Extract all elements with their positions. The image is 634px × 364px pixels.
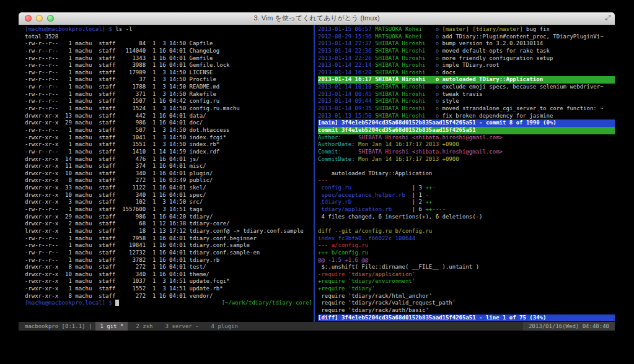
terminal-line: -rw-r--r-- 1 machu staff 1343 1 16 04:01… [25,55,314,63]
window-title: 3. Vim を使ってくれてありがとう (tmux) [19,12,615,25]
terminal-line: -rw-r--r-- 1 machu staff 1524 1 3 14:50 … [25,105,314,113]
terminal-line: drwxr-xr-x 3 machu staff 102 1 3 14:50 s… [25,199,314,206]
terminal-line: drwxr-xr-x 14 machu staff 476 1 16 04:01… [25,156,314,163]
fullscreen-icon[interactable]: ⤢ [605,14,610,22]
pane-divider[interactable] [314,25,315,322]
terminal-line [318,220,615,228]
terminal-line: -rw-r--r-- 1 machu staff 114040 1 16 04:… [25,48,314,55]
terminal-line: index fc3bfa0..f66022c 100644 [318,235,615,243]
terminal-line: 2013-01-14 22:37 SHIBATA Hiroshi o bump … [318,40,615,48]
terminal-line: [main] 3f4e1eb5204cd35a68d0152b835aad15f… [318,119,615,127]
terminal-line: 2013-01-14 22:14 SHIBATA Hiroshi o imple… [318,62,615,69]
terminal-line: drwxr-xr-x 8 machu staff 272 1 16 03:49 … [25,177,314,184]
terminal-line: -require 'tdiary/application' [318,271,615,279]
terminal-line: drwxr-xr-x 8 machu staff 272 1 16 04:01 … [25,264,314,271]
terminal-line: drwxr-xr-x 8 machu staff 272 1 16 04:01 … [25,293,314,300]
terminal-line: [machu@macbookpro.local] $ ls -l [25,26,314,33]
terminal-line: 2013-01-14 22:36 SHIBATA Hiroshi o moved… [318,48,615,55]
terminal-line: +require 'tdiary' [318,285,615,293]
terminal-line: Author: SHIBATA Hiroshi <shibata.hiroshi… [318,134,615,142]
terminal-line: autoloaded TDiary::Application [318,170,615,178]
terminal-line: drwxr-xr-x 13 machu staff 442 1 16 04:01… [25,113,314,120]
terminal-line: CommitDate: Mon Jan 14 16:17:17 2013 +09… [318,156,615,163]
terminal-line: -rw-r--r-- 1 machu staff 507 1 3 14:50 d… [25,127,314,134]
terminal-line: 2013-01-14 00:45 SHIBATA Hiroshi o tweak… [318,91,615,98]
terminal-line: drwxr-xr-x 11 machu staff 374 1 16 04:01… [25,163,314,170]
tmux-status-bar: macbookpro [0:1.1] | 1 git * 2 zsh 3 ser… [19,322,615,331]
terminal-line: drwxr-xr-x 2 machu staff 68 1 12 16:38 t… [25,220,314,228]
terminal-line: total 3528 [25,33,314,41]
terminal-line: tdiary/application.rb | 6 ++---- [318,206,615,214]
terminal-line: +require 'tdiary/environment' [318,278,615,285]
terminal-line: +++ b/config.ru [318,249,615,257]
terminal-line: commit 3f4e1eb5204cd35a68d0152b835aad15f… [318,127,615,134]
terminal-line: lrwxr-xr-x 1 machu staff 18 1 13 17:12 t… [25,228,314,235]
terminal-line: tdiary.rb | 2 ++ [318,199,615,206]
terminal-line: [diff] 3f4e1eb5204cd35a68d0152b835aad15f… [318,314,615,322]
terminal-line: drwxr-xr-x 10 machu staff 340 1 16 04:01… [25,192,314,199]
terminal-line: [machu@macbookpro.local] $ [~/work/tdiar… [25,300,314,307]
tig-git-log-pane[interactable]: 2013-01-15 06:57 MATSUOKA Kohei o [maste… [315,26,615,321]
terminal-line: 2013-01-13 15:50 SHIBATA Hiroshi o fix b… [318,113,615,120]
terminal-line: Commit: SHIBATA Hiroshi <shibata.hiroshi… [318,149,615,156]
terminal-line: require 'tdiary/rack/valid_request_path' [318,300,615,307]
tmux-session-name: macbookpro [0:1.1] | [19,322,95,331]
terminal-line: -rwxr-xr-x 1 machu staff 1037 1 3 14:51 … [25,278,314,285]
terminal-window: 3. Vim を使ってくれてありがとう (tmux) ⤢ [machu@macb… [19,12,615,339]
terminal-line: -rwxr-xr-x 1 machu staff 1041 1 3 14:50 … [25,134,314,142]
terminal-line: -rwxr-xr-x 1 machu staff 1552 1 3 14:51 … [25,285,314,293]
terminal-line: 2012-08-29 15:36 MATSUOKA Kohei o add TD… [318,33,615,41]
terminal-line: --- a/config.ru [318,242,615,249]
terminal-line: 2013-01-14 10:10 SHIBATA Hiroshi o exclu… [318,84,615,91]
tmux-bar-spacer [246,322,523,331]
terminal-line: 2013-01-14 09:44 SHIBATA Hiroshi o style [318,98,615,105]
terminal-line: require 'tdiary/rack/html_anchor' [318,293,615,300]
terminal-line: @@ -1,5 +1,6 @@ [318,257,615,264]
terminal-line: --- [318,177,615,184]
terminal-line: 2013-01-14 16:17 SHIBATA Hiroshi o autol… [318,76,615,84]
terminal-line: 4 files changed, 6 insertions(+), 6 dele… [318,214,615,221]
shell-ls-pane[interactable]: [machu@macbookpro.local] $ ls -ltotal 35… [19,26,314,307]
tmux-window-2-zsh[interactable]: 2 zsh [131,322,157,331]
terminal-line: config.ru | 3 ++- [318,184,615,192]
terminal-line: -rw-r--r-- 1 machu staff 371 1 3 14:50 R… [25,91,314,98]
terminal-line: 2013-01-14 16:20 SHIBATA Hiroshi o docs [318,69,615,77]
terminal-line: 2013-01-15 06:57 MATSUOKA Kohei o [maste… [318,26,615,33]
terminal-line: -rw-r--r-- 1 machu staff 1557600 1 3 14:… [25,206,314,214]
terminal-line: 2013-01-14 22:26 SHIBATA Hiroshi o more … [318,55,615,63]
terminal-content: [machu@macbookpro.local] $ ls -ltotal 35… [19,25,615,339]
terminal-line: AuthorDate: Mon Jan 14 16:17:17 2013 +09… [318,141,615,149]
terminal-line: 2013-01-14 09:35 SHIBATA Hiroshi o moved… [318,105,615,113]
terminal-line: -rw-r--r-- 1 machu staff 3988 1 16 04:01… [25,62,314,69]
terminal-line: -rw-r--r-- 1 machu staff 17989 1 3 14:50… [25,69,314,77]
terminal-line: drwxr-xr-x 29 machu staff 986 1 16 04:20… [25,214,314,221]
terminal-line: spec/acceptance_helper.rb | 1 - [318,192,615,199]
terminal-line: -rw-r--r-- 1 machu staff 3782 1 16 04:01… [25,257,314,264]
terminal-line: -rw-r--r-- 1 machu staff 37 1 3 14:50 Pr… [25,76,314,84]
terminal-line: -rw-r--r-- 1 machu staff 1788 1 3 14:50 … [25,84,314,91]
terminal-line: $:.unshift( File::dirname( __FILE__ ).un… [318,264,615,271]
tmux-window-1-git[interactable]: 1 git * [95,322,128,331]
terminal-line: -rw-r--r-- 1 machu staff 1507 1 16 04:42… [25,98,314,105]
terminal-line: -rw-r--r-- 1 machu staff 1410 1 14 14:59… [25,149,314,156]
tmux-window-3-server[interactable]: 3 server - [161,322,203,331]
tmux-window-4-plugin[interactable]: 4 plugin [207,322,242,331]
window-titlebar[interactable]: 3. Vim を使ってくれてありがとう (tmux) ⤢ [19,12,615,25]
terminal-line: drwxr-xr-x 29 machu staff 986 1 16 04:01… [25,119,314,127]
terminal-line: require 'tdiary/rack/auth/basic' [318,307,615,314]
terminal-line: drwxr-xr-x 33 machu staff 1122 1 16 04:0… [25,184,314,192]
terminal-line: diff --git a/config.ru b/config.ru [318,228,615,235]
terminal-line [318,163,615,170]
terminal-line: -rw-r--r-- 1 machu staff 12732 1 16 04:0… [25,249,314,257]
terminal-line: -rw-r--r-- 1 machu staff 19841 1 16 04:0… [25,242,314,249]
terminal-line: -rw-r--r-- 1 machu staff 84 1 3 14:50 Ca… [25,40,314,48]
terminal-line: drwxr-xr-x 10 machu staff 340 1 16 04:01… [25,271,314,279]
terminal-line: -rwxr-xr-x 1 machu staff 1551 1 3 14:50 … [25,141,314,149]
terminal-line: -rw-r--r-- 1 machu staff 7958 1 16 04:01… [25,235,314,243]
terminal-line: drwxr-xr-x 10 machu staff 340 1 16 04:01… [25,170,314,178]
tmux-clock: 2013/01/16(Wed) 04:48:40 [523,322,615,331]
